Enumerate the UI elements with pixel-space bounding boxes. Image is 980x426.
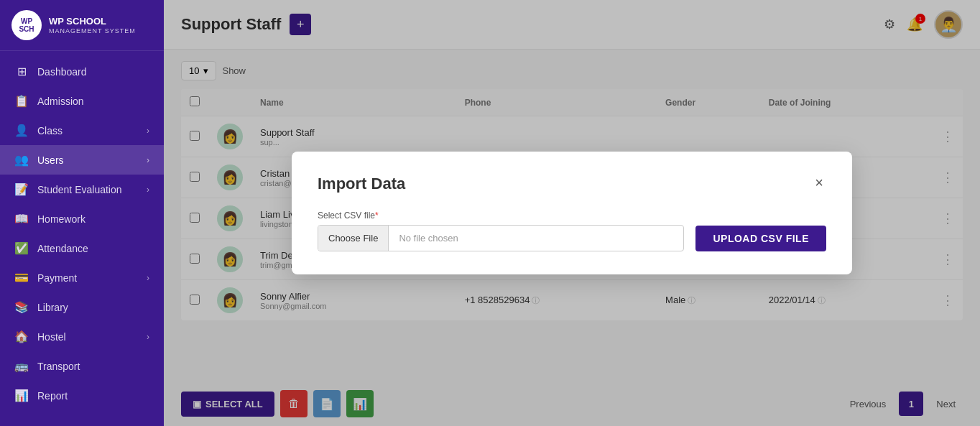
chevron-right-icon: › [147, 126, 149, 136]
sidebar-item-library[interactable]: 📚 Library [0, 292, 164, 322]
sidebar-item-label: Library [37, 302, 68, 313]
modal-overlay[interactable]: Import Data × Select CSV file* Choose Fi… [164, 0, 980, 426]
sidebar-item-dashboard[interactable]: ⊞ Dashboard [0, 57, 164, 86]
hostel-icon: 🏠 [14, 330, 29, 343]
sidebar-item-attendance[interactable]: ✅ Attendance [0, 233, 164, 263]
sidebar-item-label: Users [37, 154, 64, 166]
sidebar-item-admission[interactable]: 📋 Admission [0, 86, 164, 116]
dashboard-icon: ⊞ [14, 65, 29, 78]
sidebar-item-transport[interactable]: 🚌 Transport [0, 351, 164, 381]
main-content: Support Staff + ⚙ 🔔 1 👨‍💼 10 ▾ Show [164, 0, 980, 426]
logo-subtitle: MANAGEMENT SYSTEM [49, 27, 136, 34]
report-icon: 📊 [14, 389, 29, 402]
chevron-right-icon: › [147, 273, 149, 283]
sidebar-item-label: Admission [37, 96, 84, 107]
file-upload-row: Choose File No file chosen UPLOAD CSV FI… [318, 225, 826, 251]
sidebar-item-users[interactable]: 👥 Users › [0, 145, 164, 175]
homework-icon: 📖 [14, 212, 29, 226]
modal-close-button[interactable]: × [812, 175, 826, 191]
sidebar-item-label: Dashboard [37, 66, 87, 78]
class-icon: 👤 [14, 124, 29, 137]
choose-file-button[interactable]: Choose File [318, 226, 389, 251]
sidebar-item-label: Homework [37, 213, 85, 225]
attendance-icon: ✅ [14, 241, 29, 255]
chevron-right-icon: › [147, 155, 149, 165]
sidebar-item-payment[interactable]: 💳 Payment › [0, 263, 164, 292]
no-file-text: No file chosen [389, 226, 683, 251]
sidebar-item-label: Attendance [37, 243, 88, 254]
sidebar-item-label: Class [37, 125, 63, 136]
sidebar-item-hostel[interactable]: 🏠 Hostel › [0, 322, 164, 351]
sidebar-item-student-evaluation[interactable]: 📝 Student Evaluation › [0, 175, 164, 204]
sidebar: WPSCH WP SCHOOL MANAGEMENT SYSTEM ⊞ Dash… [0, 0, 164, 426]
chevron-right-icon: › [147, 332, 149, 342]
sidebar-item-label: Hostel [37, 331, 66, 343]
sidebar-nav: ⊞ Dashboard 📋 Admission 👤 Class › 👥 User… [0, 51, 164, 426]
required-marker: * [375, 210, 379, 221]
logo: WPSCH WP SCHOOL MANAGEMENT SYSTEM [0, 0, 164, 51]
payment-icon: 💳 [14, 271, 29, 284]
sidebar-item-class[interactable]: 👤 Class › [0, 116, 164, 145]
upload-csv-button[interactable]: UPLOAD CSV FILE [695, 226, 826, 251]
file-input-label: Select CSV file* [318, 210, 826, 221]
sidebar-item-label: Payment [37, 272, 77, 284]
sidebar-item-label: Student Evaluation [37, 184, 122, 195]
sidebar-item-homework[interactable]: 📖 Homework [0, 204, 164, 233]
sidebar-item-report[interactable]: 📊 Report [0, 381, 164, 410]
file-input-wrapper: Choose File No file chosen [318, 225, 684, 251]
users-icon: 👥 [14, 153, 29, 167]
sidebar-item-label: Transport [37, 361, 80, 372]
logo-title: WP SCHOOL [49, 16, 136, 27]
sidebar-item-label: Report [37, 390, 68, 402]
import-data-modal: Import Data × Select CSV file* Choose Fi… [292, 152, 852, 274]
admission-icon: 📋 [14, 94, 29, 108]
transport-icon: 🚌 [14, 359, 29, 373]
chevron-right-icon: › [147, 185, 149, 195]
logo-icon: WPSCH [11, 10, 42, 40]
evaluation-icon: 📝 [14, 182, 29, 196]
modal-title: Import Data [318, 175, 405, 193]
library-icon: 📚 [14, 300, 29, 314]
